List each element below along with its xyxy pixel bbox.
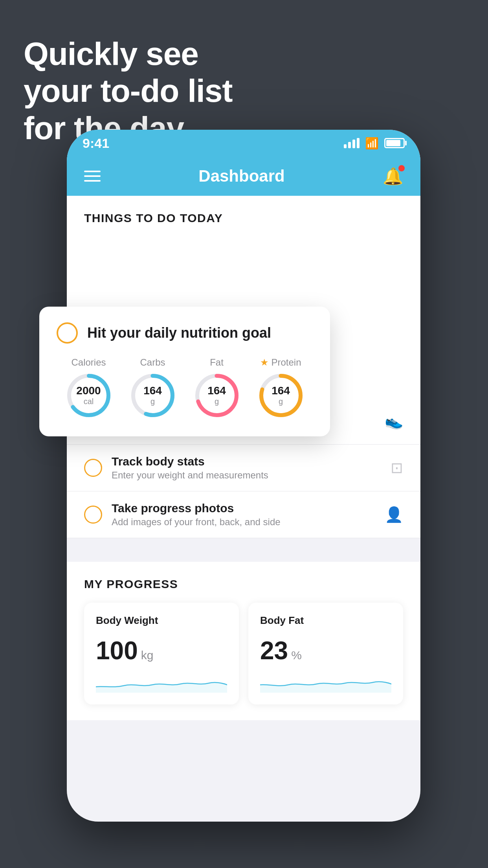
person-icon: 👤	[385, 506, 403, 523]
body-weight-chart	[96, 673, 227, 693]
body-fat-unit: %	[291, 649, 302, 662]
todo-text-photos: Take progress photos Add images of your …	[112, 502, 375, 528]
carbs-donut: 164 g	[129, 372, 176, 419]
shoe-icon: 👟	[385, 412, 403, 430]
wifi-icon: 📶	[365, 137, 379, 150]
things-title: THINGS TO DO TODAY	[84, 211, 403, 225]
nav-bar: Dashboard 🔔	[67, 156, 420, 196]
carbs-label: Carbs	[140, 357, 165, 368]
protein-label: ★ Protein	[260, 357, 301, 368]
fat-unit: g	[207, 397, 226, 406]
todo-sub-body-stats: Enter your weight and measurements	[112, 470, 381, 481]
todo-item-photos[interactable]: Take progress photos Add images of your …	[67, 491, 420, 538]
card-header: Hit your daily nutrition goal	[57, 322, 313, 344]
bell-icon[interactable]: 🔔	[383, 167, 403, 186]
todo-item-body-stats[interactable]: Track body stats Enter your weight and m…	[67, 445, 420, 491]
todo-text-body-stats: Track body stats Enter your weight and m…	[112, 455, 381, 481]
todo-main-photos: Take progress photos	[112, 502, 375, 515]
protein-donut: 164 g	[257, 372, 305, 419]
body-fat-chart	[260, 673, 391, 693]
battery-icon	[384, 138, 405, 148]
phone-frame: 9:41 📶 Dashboard 🔔 THINGS TO DO TODAY	[67, 130, 420, 822]
star-icon: ★	[260, 357, 269, 368]
progress-cards: Body Weight 100 kg Body Fat 23 %	[84, 603, 403, 704]
calories-label: Calories	[71, 357, 106, 368]
carbs-value: 164	[143, 385, 162, 397]
body-fat-value: 23	[260, 636, 288, 665]
progress-section: MY PROGRESS Body Weight 100 kg Body Fa	[67, 562, 420, 720]
calories-unit: cal	[76, 397, 101, 406]
hamburger-icon[interactable]	[84, 171, 101, 182]
scale-icon: ⊡	[391, 459, 403, 476]
todo-main-body-stats: Track body stats	[112, 455, 381, 468]
protein-unit: g	[272, 397, 290, 406]
carbs-unit: g	[143, 397, 162, 406]
fat-donut: 164 g	[193, 372, 240, 419]
nutrition-card[interactable]: Hit your daily nutrition goal Calories 2…	[39, 307, 330, 436]
status-bar: 9:41 📶	[67, 130, 420, 156]
nutrition-circle-check	[57, 322, 78, 344]
body-fat-title: Body Fat	[260, 614, 391, 627]
todo-circle-photos	[84, 506, 102, 524]
calories-donut: 2000 cal	[65, 372, 112, 419]
progress-title: MY PROGRESS	[84, 577, 403, 591]
signal-icon	[344, 138, 360, 148]
body-weight-value: 100	[96, 636, 138, 665]
calories-stat: Calories 2000 cal	[65, 357, 112, 419]
nav-title: Dashboard	[198, 167, 284, 186]
calories-value: 2000	[76, 385, 101, 397]
nutrition-card-title: Hit your daily nutrition goal	[87, 325, 271, 341]
fat-label: Fat	[210, 357, 224, 368]
header-area: THINGS TO DO TODAY	[67, 196, 420, 233]
status-icons: 📶	[344, 137, 405, 150]
fat-stat: Fat 164 g	[193, 357, 240, 419]
protein-stat: ★ Protein 164 g	[257, 357, 305, 419]
fat-value: 164	[207, 385, 226, 397]
body-weight-unit: kg	[141, 649, 154, 662]
todo-sub-photos: Add images of your front, back, and side	[112, 517, 375, 528]
body-fat-card[interactable]: Body Fat 23 %	[248, 603, 403, 704]
carbs-stat: Carbs 164 g	[129, 357, 176, 419]
body-weight-card[interactable]: Body Weight 100 kg	[84, 603, 239, 704]
body-weight-title: Body Weight	[96, 614, 227, 627]
notification-dot	[398, 165, 405, 171]
todo-circle-body-stats	[84, 459, 102, 477]
protein-value: 164	[272, 385, 290, 397]
body-fat-value-row: 23 %	[260, 636, 391, 665]
body-weight-value-row: 100 kg	[96, 636, 227, 665]
nutrition-stats: Calories 2000 cal Carbs	[57, 357, 313, 419]
status-time: 9:41	[83, 136, 109, 151]
